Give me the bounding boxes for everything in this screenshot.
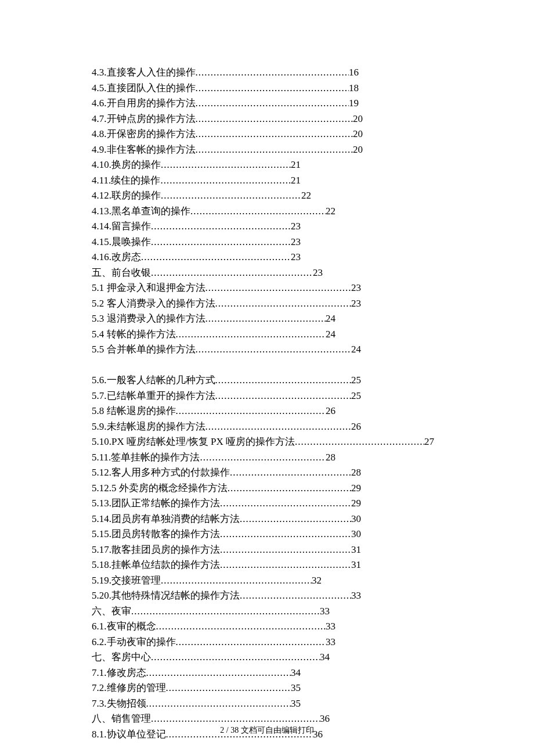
toc-entry-page: 32 xyxy=(312,573,322,589)
toc-entry: 4.13.黑名单查询的操作 22 xyxy=(92,204,335,219)
toc-entry: 5.6.一般客人结帐的几种方式 25 xyxy=(92,373,361,388)
toc-entry-title: 4.15.晨唤操作 xyxy=(92,235,151,250)
toc-dots xyxy=(176,327,326,343)
toc-entry-title: 4.10.换房的操作 xyxy=(92,157,161,173)
footer-text: 2 / 38 文档可自由编辑打印 xyxy=(220,726,313,735)
toc-dots xyxy=(151,650,320,665)
toc-entry-page: 33 xyxy=(326,635,335,650)
toc-dots xyxy=(205,280,352,296)
toc-dots xyxy=(151,235,291,250)
toc-entry: 6.1.夜审的概念 33 xyxy=(92,619,335,635)
toc-entry: 5.8 结帐退房的操作 26 xyxy=(92,404,335,419)
toc-entry-page: 20 xyxy=(353,111,363,127)
toc-dots xyxy=(200,450,326,466)
toc-dots xyxy=(215,373,352,388)
toc-entry-page: 23 xyxy=(351,280,361,296)
toc-entry-title: 4.12.联房的操作 xyxy=(92,188,161,204)
toc-entry-title: 4.8.开保密房的操作方法 xyxy=(92,127,196,142)
toc-dots xyxy=(151,219,291,235)
toc-entry-page: 35 xyxy=(291,681,301,696)
toc-entry: 4.9.非住客帐的操作方法 20 xyxy=(92,142,363,158)
toc-entry: 5.2 客人消费录入的操作方法 23 xyxy=(92,296,361,312)
toc-entry: 4.11.续住的操作 21 xyxy=(92,173,301,189)
toc-entry-title: 4.5.直接团队入住的操作 xyxy=(92,81,196,96)
toc-dots xyxy=(190,204,326,219)
toc-entry-title: 6.2.手动夜审的操作 xyxy=(92,635,176,650)
toc-entry: 5.14.团员房有单独消费的结帐方法 30 xyxy=(92,512,361,527)
toc-entry: 4.16.改房态 23 xyxy=(92,250,301,265)
toc-dots xyxy=(160,173,291,189)
toc-entry: 5.9.未结帐退房的操作方法 26 xyxy=(92,419,361,435)
toc-entry-page: 33 xyxy=(351,588,361,604)
toc-entry-title: 五、前台收银 xyxy=(92,265,151,281)
toc-dots xyxy=(196,142,353,158)
toc-entry-title: 5.5 合并帐单的操作方法 xyxy=(92,342,196,358)
toc-entry-title: 七、客房中心 xyxy=(92,650,151,665)
toc-entry: 5.13.团队正常结帐的操作方法 29 xyxy=(92,496,361,512)
toc-entry-page: 28 xyxy=(351,465,361,481)
toc-entry-title: 7.3.失物招领 xyxy=(92,696,146,712)
toc-entry-title: 5.9.未结帐退房的操作方法 xyxy=(92,419,205,435)
toc-entry: 4.7.开钟点房的操作方法 20 xyxy=(92,111,363,127)
toc-entry-title: 5.15.团员房转散客的操作方法 xyxy=(92,527,220,542)
toc-entry: 4.3.直接客人入住的操作 16 xyxy=(92,65,359,81)
toc-entry-title: 4.9.非住客帐的操作方法 xyxy=(92,142,196,158)
toc-entry-page: 33 xyxy=(326,619,335,635)
toc-entry-title: 六、夜审 xyxy=(92,604,131,620)
toc-entry: 5.18.挂帐单位结款的操作方法 31 xyxy=(92,557,361,573)
toc-dots xyxy=(161,573,312,589)
toc-entry-page: 24 xyxy=(351,342,361,358)
toc-dots xyxy=(131,604,320,620)
toc-entry: 5.7.已结帐单重开的操作方法 25 xyxy=(92,388,361,404)
toc-entry: 4.15.晨唤操作 23 xyxy=(92,235,301,250)
toc-entry: 5.15.团员房转散客的操作方法 30 xyxy=(92,527,361,542)
toc-entry-title: 4.11.续住的操作 xyxy=(92,173,160,189)
toc-entry-page: 35 xyxy=(291,696,301,712)
toc-dots xyxy=(156,619,326,635)
toc-dots xyxy=(151,711,320,727)
toc-entry-page: 20 xyxy=(353,127,363,142)
toc-entry: 七、客房中心 34 xyxy=(92,650,330,665)
toc-entry: 5.20.其他特殊情况结帐的操作方法 33 xyxy=(92,588,361,604)
toc-entry: 6.2.手动夜审的操作 33 xyxy=(92,635,335,650)
toc-entry-page: 26 xyxy=(326,404,335,419)
toc-entry-title: 4.16.改房态 xyxy=(92,250,141,265)
toc-entry-title: 5.12.客人用多种方式的付款操作 xyxy=(92,465,230,481)
toc-entry-title: 5.6.一般客人结帐的几种方式 xyxy=(92,373,215,388)
toc-entry-page: 34 xyxy=(320,650,330,665)
toc-entry-page: 16 xyxy=(349,65,359,81)
toc-entry-page: 34 xyxy=(291,665,301,681)
toc-entry-page: 26 xyxy=(351,419,361,435)
toc-dots xyxy=(220,496,351,512)
toc-dots xyxy=(141,250,291,265)
toc-entry-page: 31 xyxy=(351,557,361,573)
toc-entry-title: 5.4 转帐的操作方法 xyxy=(92,327,176,343)
toc-entry-title: 八、销售管理 xyxy=(92,711,151,727)
toc-dots xyxy=(161,157,291,173)
toc-entry-title: 7.1.修改房态 xyxy=(92,665,146,681)
toc-entry-page: 30 xyxy=(351,527,361,542)
toc-dots xyxy=(196,96,349,111)
toc-entry: 六、夜审 33 xyxy=(92,604,330,620)
toc-entry: 5.4 转帐的操作方法 24 xyxy=(92,327,335,343)
toc-entry: 5.5 合并帐单的操作方法 24 xyxy=(92,342,361,358)
toc-entry-page: 22 xyxy=(326,204,335,219)
toc-dots xyxy=(176,404,326,419)
toc-entry-page: 23 xyxy=(313,265,323,281)
toc-entry-title: 5.1 押金录入和退押金方法 xyxy=(92,280,205,296)
toc-entry: 4.14.留言操作 23 xyxy=(92,219,301,235)
toc-dots xyxy=(230,465,351,481)
toc-entry: 4.10.换房的操作 21 xyxy=(92,157,301,173)
toc-dots xyxy=(146,665,291,681)
toc-entry-title: 4.14.留言操作 xyxy=(92,219,151,235)
toc-entry-page: 19 xyxy=(349,96,359,111)
toc-spacer xyxy=(92,358,453,373)
toc-entry: 5.19.交接班管理 32 xyxy=(92,573,322,589)
toc-entry-page: 29 xyxy=(351,496,361,512)
toc-entry-title: 5.14.团员房有单独消费的结帐方法 xyxy=(92,512,240,527)
toc-entry-title: 4.3.直接客人入住的操作 xyxy=(92,65,196,81)
page-footer: 2 / 38 文档可自由编辑打印 xyxy=(0,725,534,736)
toc-entry-title: 7.2.维修房的管理 xyxy=(92,681,166,696)
toc-entry-title: 5.10.PX 哑房结帐处理/恢复 PX 哑房的操作方法 xyxy=(92,434,295,450)
toc-entry-page: 24 xyxy=(326,311,335,327)
